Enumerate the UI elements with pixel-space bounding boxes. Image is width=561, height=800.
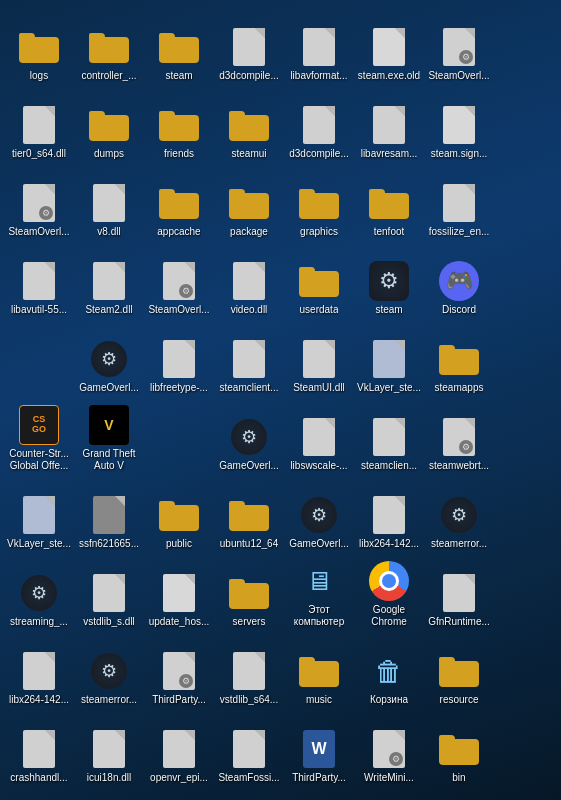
desktop-icon-csgo-app[interactable]: CSGO Counter-Str...Global Offe...	[4, 398, 74, 476]
desktop-icon-libavresam[interactable]: libavresam...	[354, 86, 424, 164]
desktop-icon-gta-app[interactable]: V Grand TheftAuto V	[74, 398, 144, 476]
desktop-icon-userdata[interactable]: userdata	[284, 242, 354, 320]
desktop-icon-crashhandl1[interactable]: crashhandl...	[4, 710, 74, 788]
desktop-icon-gfnruntime[interactable]: GfnRuntime...	[424, 554, 494, 632]
desktop-icon-steamerror1[interactable]: ⚙ steamerror...	[424, 476, 494, 554]
desktop-icon-steam[interactable]: steam	[144, 8, 214, 86]
icon-label: libavutil-55...	[11, 304, 67, 316]
desktop-icon-steam2dll[interactable]: Steam2.dll	[74, 242, 144, 320]
desktop-icon-logs[interactable]: logs	[4, 8, 74, 86]
desktop-icon-vstdlib_s64[interactable]: vstdlib_s64...	[214, 632, 284, 710]
desktop-icon-graphics[interactable]: graphics	[284, 164, 354, 242]
icon-label: VkLayer_ste...	[357, 382, 421, 394]
desktop-icon-resource[interactable]: resource	[424, 632, 494, 710]
desktop-icon-friends[interactable]: friends	[144, 86, 214, 164]
folder-icon	[299, 265, 339, 297]
desktop-icon-steamclient2[interactable]: steamclien...	[354, 398, 424, 476]
desktop-icon-sdl2dll[interactable]: SDL2.dll	[214, 788, 284, 800]
desktop-icon-crashfile[interactable]: .crash	[424, 788, 494, 800]
desktop-icon-libavutil55[interactable]: libavutil-55...	[4, 242, 74, 320]
icon-label: tenfoot	[374, 226, 405, 238]
desktop-icon-steamerror2[interactable]: ⚙ steamerror...	[74, 632, 144, 710]
icon-label: libx264-142...	[359, 538, 419, 550]
desktop-icon-update_hos[interactable]: update_hos...	[144, 554, 214, 632]
desktop-icon-steamwebrt[interactable]: ⚙ steamwebrt...	[424, 398, 494, 476]
icon-image	[369, 495, 409, 535]
desktop-icon-vklayer_ste2[interactable]: VkLayer_ste...	[4, 476, 74, 554]
folder-icon	[369, 187, 409, 219]
desktop-icon-controller[interactable]: controller_...	[74, 8, 144, 86]
icon-image	[299, 105, 339, 145]
desktop-icon-v8dll[interactable]: v8.dll	[74, 164, 144, 242]
desktop-icon-steamfossi2[interactable]: SteamFossi...	[284, 788, 354, 800]
desktop-icon-steamoverl3[interactable]: ⚙ SteamOverl...	[144, 242, 214, 320]
desktop-icon-skins[interactable]: skins	[4, 788, 74, 800]
dll-icon	[373, 496, 405, 534]
desktop-icon-icuucdll[interactable]: icuuc.dll	[144, 788, 214, 800]
icon-image: ⚙	[159, 261, 199, 301]
desktop-icon-libavformat[interactable]: libavformat...	[284, 8, 354, 86]
desktop-icon-vstdlib_s[interactable]: vstdlib_s.dll	[74, 554, 144, 632]
desktop-icon-steamfossi1[interactable]: SteamFossi...	[214, 710, 284, 788]
file-icon	[443, 106, 475, 144]
desktop-icon-ubuntu12_64[interactable]: ubuntu12_64	[214, 476, 284, 554]
desktop-icon-videodll[interactable]: video.dll	[214, 242, 284, 320]
desktop-icon-libx264_142[interactable]: libx264-142...	[354, 476, 424, 554]
desktop-icon-steamui_dll[interactable]: SteamUI.dll	[284, 320, 354, 398]
desktop-icon-thirdparty1[interactable]: ⚙ ThirdParty...	[144, 632, 214, 710]
desktop-icon-thirdparty2[interactable]: W ThirdParty...	[284, 710, 354, 788]
desktop-icon-servers[interactable]: servers	[214, 554, 284, 632]
desktop-icon-steamclient1[interactable]: steamclient...	[214, 320, 284, 398]
desktop-icon-tenfoot[interactable]: tenfoot	[354, 164, 424, 242]
desktop-icon-chrome-app[interactable]: GoogleChrome	[354, 554, 424, 632]
desktop-icon-discord-app[interactable]: 🎮 Discord	[424, 242, 494, 320]
desktop-icon-libswscale[interactable]: libswscale-...	[284, 398, 354, 476]
desktop-icon-fossilize_en[interactable]: fossilize_en...	[424, 164, 494, 242]
desktop-icon-writemini[interactable]: ⚙ WriteMini...	[354, 710, 424, 788]
dll-icon	[93, 574, 125, 612]
icon-label: libavformat...	[290, 70, 347, 82]
desktop-icon-steam-app[interactable]: ⚙ steam	[354, 242, 424, 320]
desktop-icon-gameoverl2[interactable]: ⚙ GameOverl...	[214, 398, 284, 476]
desktop-icon-steamapps[interactable]: steamapps	[424, 320, 494, 398]
desktop-icon-gameoverl1[interactable]: ⚙ GameOverl...	[74, 320, 144, 398]
icon-image: CSGO	[19, 405, 59, 445]
dll-icon	[373, 106, 405, 144]
desktop-icon-steamoverl1[interactable]: ⚙ SteamOverl...	[424, 8, 494, 86]
icon-image	[299, 261, 339, 301]
desktop-icon-icui18n[interactable]: icui18n.dll	[74, 710, 144, 788]
desktop-icon-tier0_s64[interactable]: tier0_s64.dll	[4, 86, 74, 164]
desktop-icon-recycle-bin[interactable]: 🗑 Корзина	[354, 632, 424, 710]
desktop-icon-d3dcompile1[interactable]: d3dcompile...	[214, 8, 284, 86]
desktop-icon-music[interactable]: music	[284, 632, 354, 710]
icon-image	[159, 183, 199, 223]
desktop-icon-bin[interactable]: bin	[424, 710, 494, 788]
desktop-icon-d3dcompile2[interactable]: d3dcompile...	[284, 86, 354, 164]
desktop-icon-steamui[interactable]: steamui	[214, 86, 284, 164]
desktop-icon-this-computer[interactable]: 🖥 Этоткомпьютер	[284, 554, 354, 632]
desktop-icon-steamoverl2[interactable]: ⚙ SteamOverl...	[4, 164, 74, 242]
desktop-icon-public[interactable]: public	[144, 476, 214, 554]
icon-image: ⚙	[89, 339, 129, 379]
desktop-icon-crashhandl2[interactable]: crashhandl...	[74, 788, 144, 800]
desktop-icon-dumps[interactable]: dumps	[74, 86, 144, 164]
desktop-icon-thirdparty3[interactable]: ThirdParty...	[354, 788, 424, 800]
steam-overlay-icon: ⚙	[441, 497, 477, 533]
desktop-icon-streaming[interactable]: ⚙ streaming_...	[4, 554, 74, 632]
dll-icon	[163, 340, 195, 378]
desktop-icon-libx264_142b[interactable]: libx264-142...	[4, 632, 74, 710]
desktop-icon-steam_exe_old[interactable]: steam.exe.old	[354, 8, 424, 86]
desktop-icon-appcache[interactable]: appcache	[144, 164, 214, 242]
folder-icon	[439, 733, 479, 765]
icon-label: crashhandl...	[10, 772, 67, 784]
icon-label: libswscale-...	[290, 460, 347, 472]
desktop-icon-package[interactable]: package	[214, 164, 284, 242]
desktop-icon-openvr_epi[interactable]: openvr_epi...	[144, 710, 214, 788]
desktop-icon-vklayer_ste1[interactable]: VkLayer_ste...	[354, 320, 424, 398]
icon-image	[159, 339, 199, 379]
desktop-icon-libfreetype[interactable]: libfreetype-...	[144, 320, 214, 398]
desktop-icon-gameoverl3[interactable]: ⚙ GameOverl...	[284, 476, 354, 554]
icon-label: public	[166, 538, 192, 550]
desktop-icon-ssfn[interactable]: ssfn621665...	[74, 476, 144, 554]
desktop-icon-steam_sign[interactable]: steam.sign...	[424, 86, 494, 164]
